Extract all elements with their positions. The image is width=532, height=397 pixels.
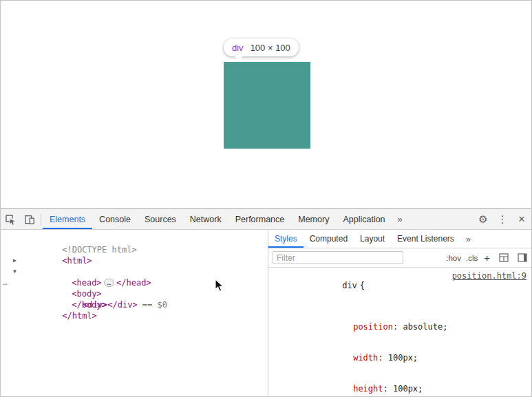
dom-node-doctype[interactable]: <!DOCTYPE html> xyxy=(1,233,268,244)
dom-node-body-open[interactable]: ▼ <body> xyxy=(1,266,268,277)
tab-performance[interactable]: Performance xyxy=(228,209,292,229)
rule-selector-line[interactable]: div{ position.html:9 xyxy=(268,270,531,312)
tab-network[interactable]: Network xyxy=(183,209,228,229)
new-style-rule-button[interactable]: + xyxy=(484,252,490,264)
close-devtools-icon[interactable]: ✕ xyxy=(512,209,531,229)
dom-node-body-close[interactable]: </body> xyxy=(1,288,268,299)
dom-node-div-selected[interactable]: … <div></div>== $0 xyxy=(1,277,268,288)
dom-node-html-open[interactable]: <html> xyxy=(1,244,268,255)
css-property-position[interactable]: positionabsolute xyxy=(268,312,531,343)
css-rules-list: div{ position.html:9 positionabsolute wi… xyxy=(268,268,531,397)
tooltip-tag-name: div xyxy=(232,43,244,53)
tab-styles[interactable]: Styles xyxy=(268,230,304,248)
tab-event-listeners[interactable]: Event Listeners xyxy=(391,230,460,248)
collapsed-arrow-icon[interactable]: ▶ xyxy=(13,255,21,266)
styles-tab-bar: Styles Computed Layout Event Listeners » xyxy=(268,230,531,248)
stylesheet-source-link[interactable]: position.html:9 xyxy=(452,271,526,281)
tab-computed[interactable]: Computed xyxy=(304,230,354,248)
devtools-panel: Elements Console Sources Network Perform… xyxy=(1,208,531,397)
page-viewport: div 100 × 100 xyxy=(1,1,531,208)
browser-window: div 100 × 100 Elements Console xyxy=(0,0,532,397)
more-options-icon[interactable]: ⋮ xyxy=(493,209,512,229)
computed-styles-icon[interactable] xyxy=(499,253,509,262)
inspect-tooltip: div 100 × 100 xyxy=(224,39,299,56)
toggle-hover-state-button[interactable]: :hov xyxy=(446,254,461,262)
tab-sources[interactable]: Sources xyxy=(138,209,183,229)
styles-sidebar: Styles Computed Layout Event Listeners »… xyxy=(268,230,531,397)
inspected-div-highlight[interactable] xyxy=(224,62,310,149)
css-property-width[interactable]: width100px xyxy=(268,343,531,374)
styles-filter-input[interactable] xyxy=(273,251,403,264)
css-rule-authored: div{ position.html:9 positionabsolute wi… xyxy=(268,268,531,397)
tooltip-dimensions: 100 × 100 xyxy=(251,43,290,53)
tab-elements[interactable]: Elements xyxy=(43,209,92,229)
node-actions-dots-icon[interactable]: … xyxy=(3,277,8,288)
toolbar-right-controls: ⚙ ⋮ ✕ xyxy=(474,209,531,229)
dom-node-html-close[interactable]: </html> xyxy=(1,299,268,310)
tab-console[interactable]: Console xyxy=(92,209,138,229)
inspect-element-icon[interactable] xyxy=(1,209,20,229)
more-tabs-chevron-icon[interactable]: » xyxy=(392,214,408,224)
tab-memory[interactable]: Memory xyxy=(291,209,336,229)
elements-dom-tree: <!DOCTYPE html> <html> ▶ <head>…</head> … xyxy=(1,230,268,397)
dom-node-head[interactable]: ▶ <head>…</head> xyxy=(1,255,268,266)
toggle-sidebar-icon[interactable] xyxy=(518,253,527,262)
element-classes-button[interactable]: .cls xyxy=(466,254,478,262)
devtools-body: <!DOCTYPE html> <html> ▶ <head>…</head> … xyxy=(1,230,531,397)
styles-filter-bar: :hov .cls + xyxy=(268,248,531,268)
toolbar-separator xyxy=(41,213,41,226)
styles-more-tabs-chevron-icon[interactable]: » xyxy=(460,234,476,244)
tab-layout[interactable]: Layout xyxy=(354,230,391,248)
devtools-toolbar: Elements Console Sources Network Perform… xyxy=(1,209,531,230)
device-toolbar-icon[interactable] xyxy=(20,209,39,229)
settings-gear-icon[interactable]: ⚙ xyxy=(474,209,493,229)
css-property-height[interactable]: height100px xyxy=(268,374,531,397)
tab-application[interactable]: Application xyxy=(336,209,392,229)
expanded-arrow-icon[interactable]: ▼ xyxy=(13,266,21,277)
